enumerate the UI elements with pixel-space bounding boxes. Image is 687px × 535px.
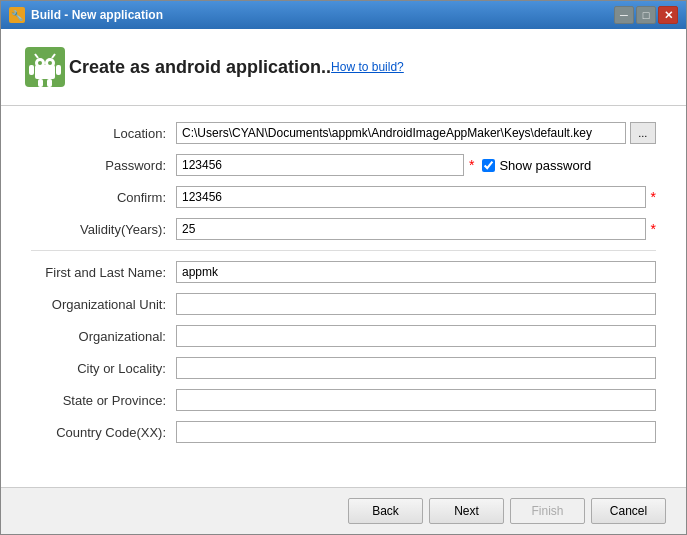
city-label: City or Locality: (31, 361, 176, 376)
back-button[interactable]: Back (348, 498, 423, 524)
android-icon (21, 43, 69, 91)
city-input[interactable] (176, 357, 656, 379)
location-input-wrap: ... (176, 122, 656, 144)
country-input-wrap (176, 421, 656, 443)
org-label: Organizational: (31, 329, 176, 344)
state-input-wrap (176, 389, 656, 411)
finish-button[interactable]: Finish (510, 498, 585, 524)
svg-rect-8 (29, 65, 34, 75)
form-body: Location: ... Password: * Show password … (1, 106, 686, 487)
validity-input[interactable] (176, 218, 646, 240)
next-button[interactable]: Next (429, 498, 504, 524)
location-row: Location: ... (31, 122, 656, 144)
password-required: * (469, 157, 474, 173)
dialog-header: Create as android application.. How to b… (1, 29, 686, 106)
country-input[interactable] (176, 421, 656, 443)
country-label: Country Code(XX): (31, 425, 176, 440)
city-row: City or Locality: (31, 357, 656, 379)
svg-point-4 (38, 61, 42, 65)
dialog-footer: Back Next Finish Cancel (1, 487, 686, 534)
confirm-row: Confirm: * (31, 186, 656, 208)
country-row: Country Code(XX): (31, 421, 656, 443)
validity-row: Validity(Years): * (31, 218, 656, 240)
password-input-wrap: * Show password (176, 154, 656, 176)
window-controls: ─ □ ✕ (614, 6, 678, 24)
first-last-input-wrap (176, 261, 656, 283)
show-password-checkbox[interactable] (482, 159, 495, 172)
location-label: Location: (31, 126, 176, 141)
svg-rect-11 (47, 79, 52, 87)
confirm-label: Confirm: (31, 190, 176, 205)
org-row: Organizational: (31, 325, 656, 347)
svg-point-5 (48, 61, 52, 65)
confirm-required: * (651, 189, 656, 205)
validity-input-wrap: * (176, 218, 656, 240)
confirm-input[interactable] (176, 186, 646, 208)
state-label: State or Province: (31, 393, 176, 408)
show-password-wrap: Show password (482, 158, 591, 173)
org-input-wrap (176, 325, 656, 347)
org-input[interactable] (176, 325, 656, 347)
first-last-row: First and Last Name: (31, 261, 656, 283)
browse-button[interactable]: ... (630, 122, 656, 144)
first-last-label: First and Last Name: (31, 265, 176, 280)
window-icon: 🔧 (9, 7, 25, 23)
confirm-input-wrap: * (176, 186, 656, 208)
org-unit-row: Organizational Unit: (31, 293, 656, 315)
header-content: Create as android application.. How to b… (69, 57, 666, 78)
form-divider (31, 250, 656, 251)
org-unit-input[interactable] (176, 293, 656, 315)
password-label: Password: (31, 158, 176, 173)
dialog-title: Create as android application.. (69, 57, 331, 78)
city-input-wrap (176, 357, 656, 379)
state-row: State or Province: (31, 389, 656, 411)
org-unit-label: Organizational Unit: (31, 297, 176, 312)
validity-required: * (651, 221, 656, 237)
location-input[interactable] (176, 122, 626, 144)
svg-rect-9 (56, 65, 61, 75)
minimize-button[interactable]: ─ (614, 6, 634, 24)
state-input[interactable] (176, 389, 656, 411)
main-window: 🔧 Build - New application ─ □ ✕ (0, 0, 687, 535)
password-input[interactable] (176, 154, 464, 176)
title-bar: 🔧 Build - New application ─ □ ✕ (1, 1, 686, 29)
close-button[interactable]: ✕ (658, 6, 678, 24)
org-unit-input-wrap (176, 293, 656, 315)
validity-label: Validity(Years): (31, 222, 176, 237)
password-row: Password: * Show password (31, 154, 656, 176)
svg-rect-10 (38, 79, 43, 87)
cancel-button[interactable]: Cancel (591, 498, 666, 524)
how-to-build-link[interactable]: How to build? (331, 60, 404, 74)
first-last-input[interactable] (176, 261, 656, 283)
maximize-button[interactable]: □ (636, 6, 656, 24)
window-title: Build - New application (31, 8, 614, 22)
show-password-label[interactable]: Show password (499, 158, 591, 173)
